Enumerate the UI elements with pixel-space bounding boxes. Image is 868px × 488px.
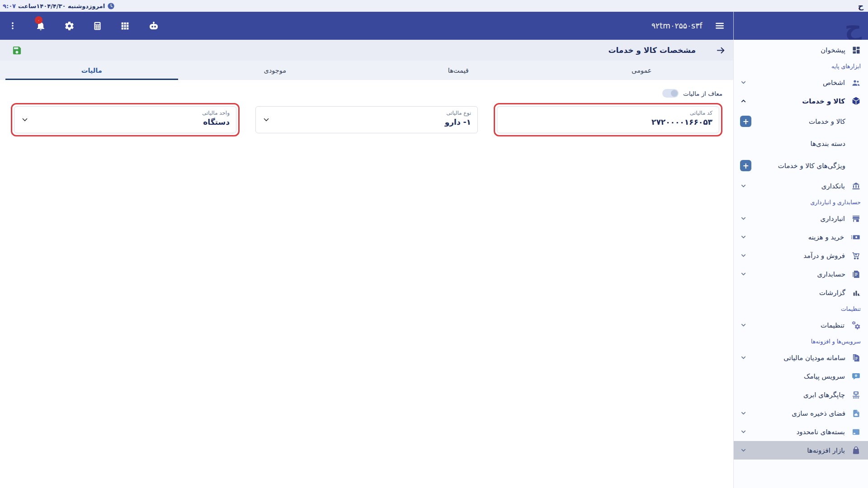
field-label: کد مالیاتی: [504, 110, 712, 116]
apps-grid-icon[interactable]: [120, 21, 130, 31]
clock-icon: [107, 2, 115, 10]
tab-general[interactable]: عمومی: [550, 61, 734, 80]
chevron-down-icon: [740, 322, 747, 328]
sidebar-section-basic-tools: ابزارهای پایه: [734, 59, 868, 73]
sidebar-subitem-goods-services[interactable]: کالا و خدمات +: [734, 110, 868, 132]
date-text: امروزدوشنبه ۱۴۰۴/۴/۳۰ساعت: [18, 3, 105, 9]
sidebar-item-sales-income[interactable]: فروش و درآمد: [734, 246, 868, 265]
sidebar-item-cloud-printers[interactable]: چاپگرهای ابری: [734, 385, 868, 404]
sidebar-item-goods-services[interactable]: کالا و خدمات: [734, 92, 868, 110]
storefront-icon: [851, 214, 861, 223]
tax-type-dropdown[interactable]: نوع مالیاتی ۱- دارو: [255, 106, 478, 133]
sidebar-item-label: حسابداری: [817, 270, 845, 278]
tax-exempt-toggle[interactable]: معاف از مالیات: [662, 89, 722, 98]
documents-icon: [852, 353, 861, 362]
sidebar-item-reports[interactable]: گزارشات: [734, 283, 868, 302]
sidebar-item-storage-space[interactable]: فضای ذخیره سازی: [734, 404, 868, 422]
chevron-down-icon[interactable]: [262, 116, 270, 124]
tab-bar: عمومی قیمت‌ها موجودی مالیات: [0, 61, 733, 80]
notification-badge: ۰: [35, 16, 42, 24]
sidebar-nav: پیشخوان ابزارهای پایه اشخاص کالا و خدمات…: [733, 40, 868, 488]
sidebar-item-label: گزارشات: [819, 289, 845, 297]
sidebar-item-label: چاپگرهای ابری: [803, 391, 845, 399]
sidebar-section-accounting-warehousing: حسابداری و انبارداری: [734, 195, 868, 209]
sidebar-item-warehousing[interactable]: انبارداری: [734, 209, 868, 228]
sidebar-item-label: کالا و خدمات: [802, 97, 845, 105]
sidebar-item-label: سامانه مودیان مالیاتی: [783, 354, 845, 362]
sidebar-item-unlimited-packages[interactable]: بسته‌های نامحدود: [734, 422, 868, 441]
sidebar-item-persons[interactable]: اشخاص: [734, 73, 868, 92]
chevron-down-icon: [740, 183, 747, 189]
chevron-down-icon: [740, 428, 747, 435]
settings-gear-icon[interactable]: [64, 21, 75, 31]
tab-prices[interactable]: قیمت‌ها: [367, 61, 550, 80]
tax-unit-highlight-box: واحد مالیاتی دستگاه: [11, 103, 240, 136]
time-text: ۹:۰۷: [3, 3, 16, 9]
assistant-robot-icon[interactable]: [148, 20, 160, 31]
tax-unit-dropdown[interactable]: واحد مالیاتی دستگاه: [14, 106, 236, 133]
app-bar-main: ۹۲tm۰۲۵۵۰s۳f ۰: [0, 12, 733, 40]
app-bar-logo-area: ح: [733, 12, 868, 40]
tax-type-box: نوع مالیاتی ۱- دارو: [252, 103, 481, 136]
sidebar-item-label: پیشخوان: [821, 46, 845, 54]
sidebar-item-dashboard[interactable]: پیشخوان: [734, 41, 868, 59]
sidebar-item-label: تنظیمات: [821, 321, 844, 329]
chevron-down-icon: [740, 447, 747, 454]
sidebar-item-settings[interactable]: تنظیمات: [734, 316, 868, 334]
date-time: امروزدوشنبه ۱۴۰۴/۴/۳۰ساعت ۹:۰۷: [0, 2, 118, 10]
shopping-bag-icon: [851, 446, 861, 455]
sidebar-section-services-addons: سرویس‌ها و افزونه‌ها: [734, 334, 868, 348]
kebab-menu-icon[interactable]: [8, 21, 17, 31]
sidebar-item-label: انبارداری: [820, 215, 845, 223]
sidebar-item-label: بسته‌های نامحدود: [797, 428, 845, 436]
sidebar-item-tax-moadian-system[interactable]: سامانه مودیان مالیاتی: [734, 348, 868, 367]
sidebar-item-purchase-expense[interactable]: خرید و هزینه: [734, 228, 868, 246]
back-arrow-icon[interactable]: [716, 45, 726, 56]
sidebar-item-sms-service[interactable]: سرویس پیامک: [734, 367, 868, 385]
chevron-down-icon: [740, 271, 747, 277]
sidebar-section-settings: تنظیمات: [734, 302, 868, 316]
sidebar-item-label: فروش و درآمد: [803, 252, 845, 260]
cube-icon: [851, 96, 861, 106]
sidebar-item-label: سرویس پیامک: [804, 372, 845, 380]
sidebar-item-accounting[interactable]: حسابداری: [734, 265, 868, 283]
save-button[interactable]: [0, 45, 22, 56]
tab-tax[interactable]: مالیات: [0, 61, 184, 80]
tab-inventory[interactable]: موجودی: [184, 61, 367, 80]
package-box-icon: [851, 427, 861, 436]
sidebar-item-label: بانکداری: [821, 182, 845, 190]
field-value: دستگاه: [21, 117, 230, 127]
tax-code-field[interactable]: کد مالیاتی ۲۷۲۰۰۰۰۱۶۶۰۵۳: [497, 106, 719, 133]
chevron-down-icon: [740, 354, 747, 361]
app-bar: ح ۹۲tm۰۲۵۵۰s۳f ۰: [0, 12, 868, 40]
bank-icon: [851, 182, 861, 191]
toggle-label: معاف از مالیات: [683, 90, 722, 97]
status-bar: ح امروزدوشنبه ۱۴۰۴/۴/۳۰ساعت ۹:۰۷: [0, 0, 868, 12]
sidebar-item-label: ویژگی‌های کالا و خدمات: [778, 162, 845, 170]
chevron-down-icon: [740, 215, 747, 222]
field-value: ۲۷۲۰۰۰۰۱۶۶۰۵۳: [504, 117, 712, 127]
field-label: واحد مالیاتی: [21, 110, 230, 116]
sidebar-item-label: خرید و هزینه: [808, 233, 844, 241]
sidebar-subitem-categories[interactable]: دسته بندی‌ها: [734, 132, 868, 155]
sidebar-subitem-goods-attributes[interactable]: ویژگی‌های کالا و خدمات +: [734, 155, 868, 177]
hamburger-menu-icon[interactable]: [714, 20, 725, 31]
chevron-down-icon: [740, 410, 747, 417]
sidebar-item-label: دسته بندی‌ها: [811, 140, 845, 148]
chat-bubble-icon: [851, 372, 861, 381]
dashboard-icon: [852, 46, 861, 55]
banknote-icon: [850, 233, 861, 242]
business-id-title[interactable]: ۹۲tm۰۲۵۵۰s۳f: [651, 21, 703, 30]
document-icon: [852, 270, 861, 279]
notifications-bell-icon[interactable]: ۰: [35, 20, 46, 31]
sidebar-item-banking[interactable]: بانکداری: [734, 177, 868, 195]
add-goods-button[interactable]: +: [740, 116, 751, 127]
sidebar-item-label: کالا و خدمات: [809, 117, 845, 126]
sidebar-item-label: بازار افزونه‌ها: [807, 446, 845, 455]
chevron-down-icon[interactable]: [21, 116, 29, 124]
printer-network-icon: [851, 390, 861, 399]
toggle-switch[interactable]: [662, 89, 679, 98]
sidebar-item-addons-market[interactable]: بازار افزونه‌ها: [734, 441, 868, 460]
calculator-icon[interactable]: [93, 21, 102, 31]
add-attribute-button[interactable]: +: [740, 160, 751, 171]
